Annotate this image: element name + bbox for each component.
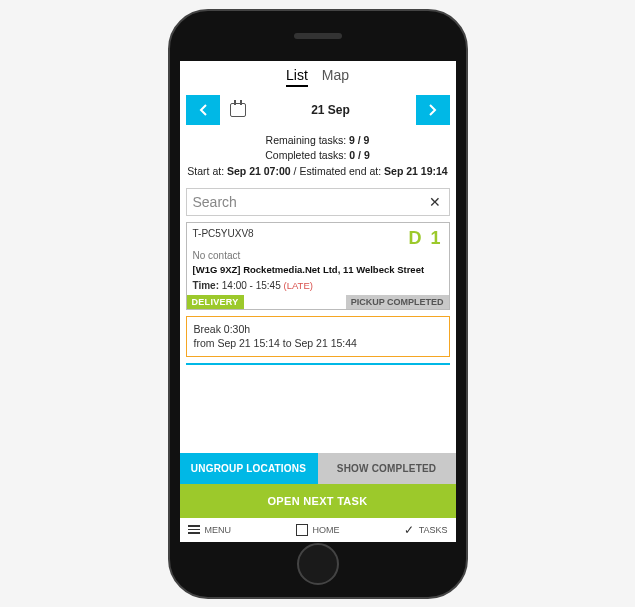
pickup-completed-badge: PICKUP COMPLETED	[346, 295, 449, 309]
end-label: Estimated end at:	[299, 165, 381, 177]
task-status-badges: DELIVERY PICKUP COMPLETED	[187, 295, 449, 309]
prev-day-button[interactable]	[186, 95, 220, 125]
delivery-badge: DELIVERY	[187, 295, 244, 309]
ungroup-locations-button[interactable]: UNGROUP LOCATIONS	[180, 453, 318, 484]
break-card: Break 0:30h from Sep 21 15:14 to Sep 21 …	[186, 316, 450, 357]
clear-search-button[interactable]: ✕	[427, 194, 443, 210]
task-card[interactable]: T-PC5YUXV8 D 1 No contact [W1G 9XZ] Rock…	[186, 222, 450, 310]
app-screen: List Map 21 Sep Remaining tasks: 9 / 9 C…	[180, 61, 456, 542]
bottom-nav: MENU HOME ✓ TASKS	[180, 518, 456, 542]
time-label: Time:	[193, 280, 220, 291]
nav-home-label: HOME	[313, 525, 340, 535]
remaining-value: 9 / 9	[349, 134, 369, 146]
phone-frame: List Map 21 Sep Remaining tasks: 9 / 9 C…	[168, 9, 468, 599]
check-icon: ✓	[404, 523, 414, 537]
open-next-task-button[interactable]: OPEN NEXT TASK	[180, 484, 456, 518]
end-value: Sep 21 19:14	[384, 165, 448, 177]
chevron-left-icon	[199, 104, 207, 116]
task-code: T-PC5YUXV8	[193, 228, 254, 239]
next-card-peek	[186, 363, 450, 367]
current-date: 21 Sep	[254, 103, 408, 117]
next-day-button[interactable]	[416, 95, 450, 125]
top-tabs: List Map	[180, 61, 456, 91]
show-completed-button[interactable]: SHOW COMPLETED	[318, 453, 456, 484]
nav-menu[interactable]: MENU	[188, 525, 275, 535]
task-contact: No contact	[193, 250, 443, 261]
task-list[interactable]: T-PC5YUXV8 D 1 No contact [W1G 9XZ] Rock…	[180, 222, 456, 453]
start-value: Sep 21 07:00	[227, 165, 291, 177]
time-value: 14:00 - 15:45	[222, 280, 281, 291]
task-summary: Remaining tasks: 9 / 9 Completed tasks: …	[180, 131, 456, 186]
search-box[interactable]: ✕	[186, 188, 450, 216]
chevron-right-icon	[429, 104, 437, 116]
action-row: UNGROUP LOCATIONS SHOW COMPLETED	[180, 453, 456, 484]
late-tag: (LATE)	[284, 280, 313, 291]
search-input[interactable]	[193, 194, 427, 210]
nav-home[interactable]: HOME	[274, 524, 361, 536]
break-range: from Sep 21 15:14 to Sep 21 15:44	[194, 336, 442, 351]
break-duration: Break 0:30h	[194, 322, 442, 337]
nav-menu-label: MENU	[205, 525, 232, 535]
menu-icon	[188, 525, 200, 534]
tab-map[interactable]: Map	[322, 67, 349, 87]
start-label: Start at:	[187, 165, 224, 177]
date-bar: 21 Sep	[180, 91, 456, 131]
completed-label: Completed tasks:	[265, 149, 346, 161]
calendar-icon[interactable]	[230, 103, 246, 117]
nav-tasks[interactable]: ✓ TASKS	[361, 523, 448, 537]
task-time: Time: 14:00 - 15:45 (LATE)	[193, 280, 443, 291]
remaining-label: Remaining tasks:	[266, 134, 347, 146]
tab-list[interactable]: List	[286, 67, 308, 87]
completed-value: 0 / 9	[349, 149, 369, 161]
task-badge: D 1	[408, 228, 442, 249]
home-icon	[296, 524, 308, 536]
nav-tasks-label: TASKS	[419, 525, 448, 535]
task-address: [W1G 9XZ] Rocketmedia.Net Ltd, 11 Welbec…	[193, 264, 443, 275]
